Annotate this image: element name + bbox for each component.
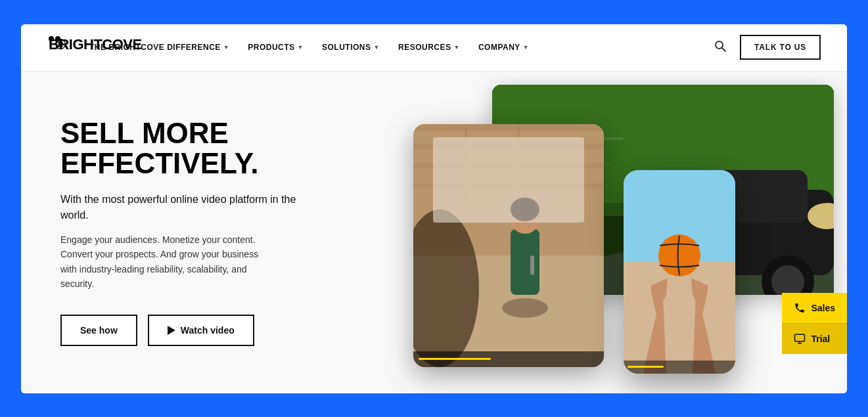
chevron-down-icon: ▼	[453, 44, 459, 51]
svg-rect-30	[530, 255, 534, 275]
nav-item-brightcove-difference[interactable]: THE BRIGHTCOVE DIFFERENCE ▼	[81, 37, 237, 57]
nav-item-company[interactable]: COMPANY ▼	[470, 37, 537, 57]
hero-body: Engage your audiences. Monetize your con…	[60, 232, 271, 292]
svg-rect-33	[624, 262, 735, 374]
nav-item-products[interactable]: PRODUCTS ▼	[240, 37, 311, 57]
play-icon	[168, 326, 175, 335]
logo[interactable]: BRIGHTCOVE®	[47, 36, 60, 58]
phone-progress	[628, 366, 664, 368]
sales-label: Sales	[811, 303, 835, 313]
watch-video-button[interactable]: Watch video	[148, 315, 254, 346]
monitor-icon	[794, 333, 806, 345]
phone-icon	[794, 302, 806, 314]
hero-section: SELL MORE EFFECTIVELY. With the most pow…	[21, 72, 847, 393]
chevron-down-icon: ▼	[374, 44, 380, 51]
chevron-down-icon: ▼	[523, 44, 529, 51]
search-icon	[714, 39, 727, 53]
phone-device	[624, 170, 735, 374]
hero-subtitle: With the most powerful online video plat…	[60, 192, 323, 223]
hero-headline: SELL MORE EFFECTIVELY.	[60, 118, 323, 179]
sales-float-button[interactable]: Sales	[782, 293, 847, 323]
tablet-content	[413, 124, 604, 367]
svg-rect-31	[433, 137, 584, 223]
tablet-playbar	[413, 351, 604, 367]
nav-item-resources[interactable]: RESOURCES ▼	[390, 37, 468, 57]
svg-rect-35	[795, 334, 805, 341]
logo-trademark: ®	[55, 36, 60, 41]
hero-visuals	[348, 72, 847, 393]
see-how-button[interactable]: See how	[60, 315, 137, 346]
tablet-progress	[419, 358, 491, 360]
nav-links: THE BRIGHTCOVE DIFFERENCE ▼ PRODUCTS ▼ S…	[81, 37, 711, 57]
tablet-device	[413, 124, 604, 367]
logo-text: BRIGHTCOVE	[49, 36, 54, 41]
svg-rect-18	[413, 124, 604, 131]
nav-item-solutions[interactable]: SOLUTIONS ▼	[314, 37, 388, 57]
phone-screen	[624, 170, 735, 374]
navbar: BRIGHTCOVE® THE BRIGHTCOVE DIFFERENCE ▼ …	[21, 24, 847, 72]
search-button[interactable]	[711, 37, 729, 58]
trial-label: Trial	[811, 334, 830, 344]
site-wrapper: BRIGHTCOVE® THE BRIGHTCOVE DIFFERENCE ▼ …	[21, 24, 847, 393]
svg-rect-27	[511, 229, 539, 295]
hero-buttons: See how Watch video	[60, 315, 323, 346]
floating-cta: Sales Trial	[782, 293, 847, 354]
chevron-down-icon: ▼	[223, 44, 229, 51]
svg-point-34	[658, 234, 700, 276]
tablet-screen	[413, 124, 604, 367]
phone-playbar	[624, 361, 735, 374]
outer-frame: BRIGHTCOVE® THE BRIGHTCOVE DIFFERENCE ▼ …	[0, 6, 868, 412]
trial-float-button[interactable]: Trial	[782, 323, 847, 354]
phone-content	[624, 170, 735, 374]
nav-right: TALK TO US	[711, 35, 821, 60]
svg-point-26	[502, 298, 548, 318]
talk-to-us-button[interactable]: TALK TO US	[740, 35, 821, 60]
chevron-down-icon: ▼	[298, 44, 304, 51]
svg-line-1	[722, 47, 726, 51]
hero-content: SELL MORE EFFECTIVELY. With the most pow…	[60, 118, 323, 347]
